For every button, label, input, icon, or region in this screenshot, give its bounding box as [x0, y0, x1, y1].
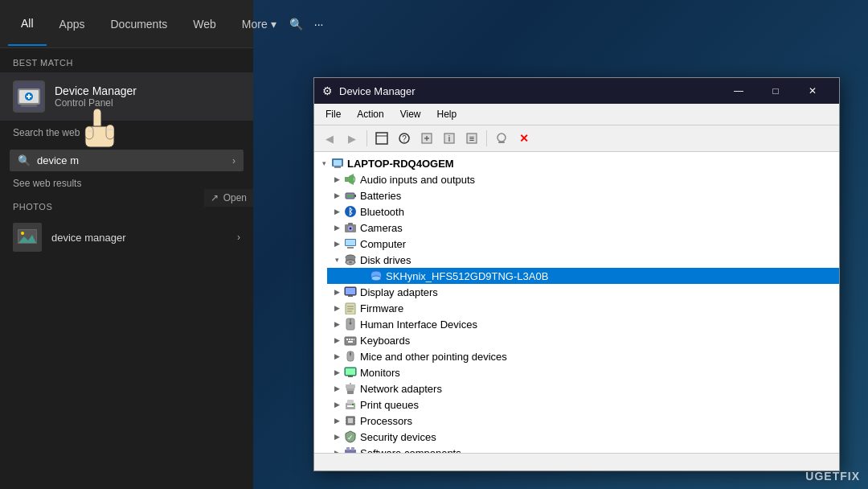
svg-text:≡: ≡	[469, 134, 474, 143]
tab-all[interactable]: All	[8, 2, 47, 46]
batteries-label: Batteries	[360, 190, 401, 202]
svg-rect-48	[347, 247, 354, 249]
expand-root[interactable]: ▾	[317, 157, 330, 170]
tree-item-monitors[interactable]: ▶ Monitors	[327, 364, 839, 380]
chevron-down-icon: ▾	[271, 18, 276, 31]
svg-point-65	[350, 323, 352, 325]
svg-text:ᛒ: ᛒ	[348, 207, 354, 216]
svg-rect-87	[348, 418, 353, 423]
more-icon-top[interactable]: ···	[314, 18, 324, 31]
tree-item-print[interactable]: ▶ Print queues	[327, 397, 839, 413]
tree-item-batteries[interactable]: ▶ Batteries	[327, 187, 839, 203]
photo-result-arrow-icon[interactable]: ›	[237, 232, 240, 243]
tab-apps[interactable]: Apps	[47, 3, 98, 45]
device-manager-result[interactable]: Device Manager Control Panel	[0, 72, 253, 121]
svg-text:✓: ✓	[347, 434, 354, 442]
svg-rect-96	[346, 447, 350, 450]
tree-item-keyboards[interactable]: ▶ Keyboards	[327, 332, 839, 348]
watermark: UGETFIX	[805, 470, 860, 483]
tree-item-hid[interactable]: ▶ Human Interface Devices	[327, 316, 839, 332]
toolbar-btn2[interactable]: ?	[394, 128, 415, 149]
minimize-button[interactable]: —	[720, 78, 757, 104]
tree-item-network[interactable]: ▶ Network adapters	[327, 380, 839, 397]
tree-item-firmware[interactable]: ▶ Firmware	[327, 300, 839, 316]
dm-window-title: Device Manager	[339, 85, 714, 97]
svg-rect-80	[346, 384, 355, 388]
svg-rect-36	[346, 193, 354, 199]
svg-rect-69	[351, 339, 353, 340]
tab-documents[interactable]: Documents	[97, 3, 180, 45]
toolbar-scan[interactable]	[491, 128, 512, 149]
tree-item-bluetooth[interactable]: ▶ ᛒ Bluetooth	[327, 203, 839, 220]
display-label: Display adapters	[360, 286, 438, 298]
svg-point-74	[350, 353, 351, 355]
tab-web[interactable]: Web	[180, 3, 229, 45]
skhynix-label: SKHynix_HFS512GD9TNG-L3A0B	[386, 270, 548, 282]
toolbar-btn5[interactable]: ≡	[461, 128, 482, 149]
close-button[interactable]: ✕	[794, 78, 831, 104]
svg-point-52	[349, 261, 352, 263]
toolbar-forward[interactable]: ▶	[342, 128, 362, 149]
svg-rect-67	[346, 339, 348, 340]
toolbar-back[interactable]: ◀	[319, 128, 340, 149]
menu-help[interactable]: Help	[429, 105, 465, 123]
tree-item-security[interactable]: ▶ ✓ Security devices	[327, 429, 839, 445]
network-label: Network adapters	[360, 383, 442, 395]
toolbar-btn1[interactable]	[371, 128, 392, 149]
svg-point-44	[350, 228, 352, 230]
svg-rect-83	[347, 400, 354, 404]
svg-point-10	[21, 232, 24, 235]
toolbar-btn3[interactable]	[416, 128, 437, 149]
svg-marker-35	[349, 174, 354, 185]
toolbar-btn4[interactable]: i	[439, 128, 460, 149]
search-web-label: Search the web	[0, 121, 253, 145]
svg-text:i: i	[448, 134, 450, 143]
tree-item-sw-components[interactable]: ▶ Software components	[327, 445, 839, 453]
svg-point-29	[497, 134, 506, 142]
tree-item-mice[interactable]: ▶ Mice and other pointing devices	[327, 348, 839, 364]
device-manager-window: ⚙ Device Manager — □ ✕ File Action View …	[313, 77, 840, 471]
tree-item-skhynix[interactable]: ▶ SKHynix_HFS512GD9TNG-L3A0B	[327, 268, 839, 284]
device-manager-subtitle: Control Panel	[55, 97, 137, 109]
search-icon-top[interactable]: 🔍	[289, 18, 303, 31]
computer-icon	[330, 157, 345, 170]
expand-audio[interactable]: ▶	[330, 173, 343, 186]
tree-root[interactable]: ▾ LAPTOP-RDQ4OGEM	[314, 155, 839, 171]
search-input-row[interactable]: 🔍 ›	[10, 150, 244, 171]
svg-rect-58	[348, 295, 353, 297]
dm-toolbar: ◀ ▶ ? i ≡ ✕	[314, 125, 839, 152]
bluetooth-label: Bluetooth	[360, 206, 404, 218]
svg-rect-76	[346, 368, 355, 375]
svg-rect-37	[354, 195, 356, 197]
disk-drives-label: Disk drives	[360, 254, 411, 266]
firmware-label: Firmware	[360, 302, 403, 314]
open-area: ↗ Open	[204, 189, 253, 207]
photo-result-text: device manager	[51, 232, 227, 244]
search-arrow-icon[interactable]: ›	[232, 155, 235, 166]
menu-action[interactable]: Action	[349, 105, 391, 123]
menu-file[interactable]: File	[317, 105, 349, 123]
tab-more[interactable]: More ▾	[229, 3, 289, 45]
toolbar-uninstall[interactable]: ✕	[514, 128, 534, 149]
svg-rect-77	[348, 376, 353, 377]
svg-rect-84	[347, 405, 354, 407]
search-icon: 🔍	[18, 154, 31, 166]
open-link-icon: ↗	[211, 192, 219, 203]
svg-rect-3	[21, 105, 37, 107]
computer-item-label: Computer	[360, 238, 406, 250]
tree-item-display[interactable]: ▶ Display adapters	[327, 284, 839, 300]
tree-item-disk[interactable]: ▾ Disk drives	[327, 252, 839, 268]
open-label[interactable]: Open	[223, 192, 247, 203]
dm-window-icon: ⚙	[322, 84, 333, 97]
svg-rect-18	[376, 133, 387, 144]
tree-item-cameras[interactable]: ▶ Cameras	[327, 220, 839, 236]
dm-tree-content[interactable]: ▾ LAPTOP-RDQ4OGEM ▶ Audio inputs and out…	[314, 152, 839, 453]
tree-item-processors[interactable]: ▶ Processors	[327, 413, 839, 429]
tree-item-computer[interactable]: ▶ Computer	[327, 236, 839, 252]
maximize-button[interactable]: □	[757, 78, 794, 104]
menu-view[interactable]: View	[392, 105, 429, 123]
tree-item-audio[interactable]: ▶ Audio inputs and outputs	[327, 171, 839, 187]
window-controls: — □ ✕	[720, 78, 831, 104]
search-input[interactable]	[37, 154, 226, 166]
photo-result-item[interactable]: device manager ›	[0, 216, 253, 258]
